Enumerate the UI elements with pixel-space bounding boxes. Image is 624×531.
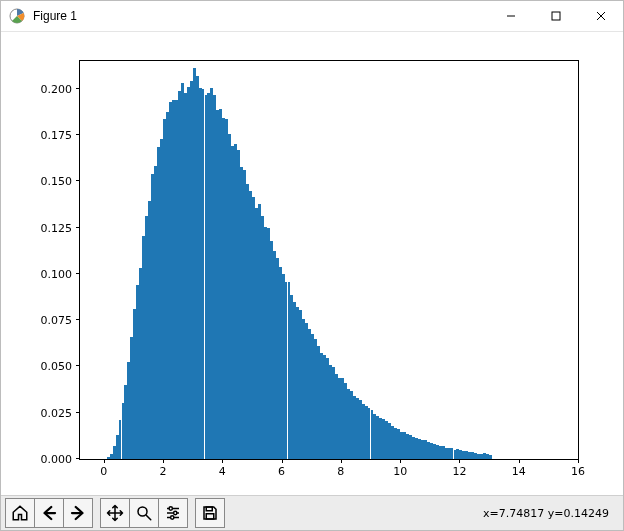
svg-rect-16 bbox=[206, 514, 214, 519]
x-tick-mark bbox=[163, 459, 164, 463]
y-tick-label: 0.200 bbox=[41, 82, 81, 95]
close-button[interactable] bbox=[578, 1, 623, 31]
x-tick-mark bbox=[400, 459, 401, 463]
svg-rect-2 bbox=[552, 12, 560, 20]
figure-window: Figure 1 0.0000.0250.0500.0750.1000.1250… bbox=[0, 0, 624, 531]
y-tick-mark bbox=[76, 88, 80, 89]
matplotlib-icon bbox=[9, 8, 25, 24]
coord-readout: x=7.74817 y=0.14249 bbox=[483, 507, 619, 520]
y-tick-label: 0.150 bbox=[41, 175, 81, 188]
y-tick-mark bbox=[76, 134, 80, 135]
svg-point-14 bbox=[171, 516, 174, 519]
y-tick-label: 0.000 bbox=[41, 453, 81, 466]
y-tick-mark bbox=[76, 273, 80, 274]
svg-point-10 bbox=[169, 507, 172, 510]
titlebar: Figure 1 bbox=[1, 1, 623, 32]
x-tick-mark bbox=[282, 459, 283, 463]
y-tick-label: 0.175 bbox=[41, 129, 81, 142]
svg-line-8 bbox=[146, 515, 151, 520]
pan-button[interactable] bbox=[100, 498, 130, 528]
forward-button[interactable] bbox=[63, 498, 93, 528]
plot-canvas[interactable]: 0.0000.0250.0500.0750.1000.1250.1500.175… bbox=[1, 32, 623, 495]
back-button[interactable] bbox=[34, 498, 64, 528]
y-tick-label: 0.025 bbox=[41, 406, 81, 419]
x-tick-mark bbox=[341, 459, 342, 463]
x-tick-mark bbox=[578, 459, 579, 463]
x-tick-mark bbox=[104, 459, 105, 463]
y-tick-mark bbox=[76, 365, 80, 366]
y-tick-mark bbox=[76, 458, 80, 459]
y-tick-label: 0.050 bbox=[41, 360, 81, 373]
zoom-button[interactable] bbox=[129, 498, 159, 528]
y-tick-mark bbox=[76, 227, 80, 228]
x-tick-mark bbox=[459, 459, 460, 463]
svg-point-7 bbox=[138, 507, 147, 516]
x-tick-mark bbox=[519, 459, 520, 463]
axes-frame: 0.0000.0250.0500.0750.1000.1250.1500.175… bbox=[79, 60, 579, 460]
y-tick-label: 0.100 bbox=[41, 267, 81, 280]
y-tick-label: 0.075 bbox=[41, 314, 81, 327]
y-tick-mark bbox=[76, 412, 80, 413]
minimize-button[interactable] bbox=[488, 1, 533, 31]
histogram-bar bbox=[489, 455, 492, 459]
y-tick-label: 0.125 bbox=[41, 221, 81, 234]
histogram-bars bbox=[80, 61, 578, 459]
svg-point-12 bbox=[174, 511, 177, 514]
configure-subplots-button[interactable] bbox=[158, 498, 188, 528]
home-button[interactable] bbox=[5, 498, 35, 528]
x-tick-mark bbox=[222, 459, 223, 463]
svg-rect-15 bbox=[206, 507, 212, 511]
y-tick-mark bbox=[76, 319, 80, 320]
maximize-button[interactable] bbox=[533, 1, 578, 31]
save-button[interactable] bbox=[195, 498, 225, 528]
y-tick-mark bbox=[76, 180, 80, 181]
nav-toolbar: x=7.74817 y=0.14249 bbox=[1, 495, 623, 530]
window-title: Figure 1 bbox=[31, 9, 488, 23]
